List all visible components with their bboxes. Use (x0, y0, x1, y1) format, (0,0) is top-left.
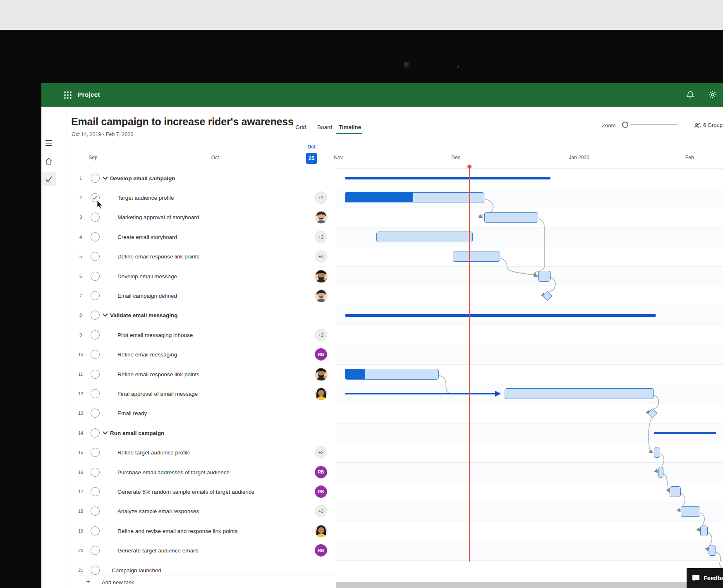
task-name[interactable]: Generate target audience emails (117, 547, 199, 554)
tab-grid[interactable]: Grid (295, 124, 306, 130)
task-complete-circle[interactable] (91, 526, 100, 535)
task-row-14[interactable]: 14Run email campaign (67, 423, 336, 442)
gantt-task-bar-row-15[interactable] (654, 447, 660, 458)
task-name[interactable]: Purchase email addresses of target audie… (117, 469, 230, 475)
gantt-task-bar-row-18[interactable] (681, 506, 700, 517)
task-row-11[interactable]: 11Refine email response link points (67, 364, 336, 384)
task-name[interactable]: Campaign launched (112, 567, 161, 573)
gantt-task-bar-row-11[interactable] (345, 369, 439, 380)
assignee-count-badge[interactable]: +2 (315, 191, 327, 204)
assignee-count-badge[interactable]: +2 (315, 329, 327, 341)
add-new-task-row[interactable]: + Add new task (67, 576, 336, 588)
task-name[interactable]: Marketing approval of storyboard (117, 214, 199, 220)
task-row-10[interactable]: 10Refine email messagingRB (67, 345, 336, 364)
task-complete-circle[interactable] (91, 174, 100, 183)
task-row-9[interactable]: 9Pilot email messaging inhouse+2 (67, 325, 336, 344)
task-row-4[interactable]: 4Create email storyboard+2 (67, 227, 336, 246)
gantt-summary-bar-row-14[interactable] (654, 432, 716, 434)
assignee-count-badge[interactable]: +2 (315, 446, 327, 459)
task-complete-circle[interactable] (91, 468, 100, 477)
task-row-3[interactable]: 3Marketing approval of storyboard (67, 208, 336, 227)
task-complete-circle[interactable] (91, 213, 100, 222)
task-name[interactable]: Analyze sample email responses (117, 508, 199, 514)
task-name[interactable]: Email campaign defined (117, 293, 177, 299)
assignee-avatar[interactable] (315, 368, 328, 380)
task-name[interactable]: Refine target audience profile (117, 449, 190, 456)
assignee-avatar[interactable] (315, 270, 328, 282)
task-row-15[interactable]: 15Refine target audience profile+2 (67, 443, 336, 462)
chevron-down-icon[interactable] (103, 429, 108, 435)
task-name[interactable]: Refine email response link points (117, 371, 199, 377)
gantt-summary-bar-row-8[interactable] (345, 314, 656, 317)
task-name[interactable]: Refine and revise email and response lin… (117, 528, 237, 534)
task-name[interactable]: Run email campaign (110, 430, 164, 436)
notifications-bell-icon[interactable] (686, 90, 695, 99)
horizontal-scrollbar-thumb[interactable] (336, 582, 687, 588)
task-complete-circle[interactable] (91, 389, 100, 398)
assignee-avatar[interactable] (315, 524, 328, 537)
task-complete-circle[interactable] (91, 507, 100, 516)
gantt-task-bar-row-5[interactable] (453, 251, 500, 262)
task-complete-circle[interactable] (91, 252, 100, 261)
assignee-initials-badge[interactable]: RB (315, 466, 327, 478)
gantt-task-bar-row-6[interactable] (538, 271, 551, 282)
task-complete-circle[interactable] (91, 370, 100, 379)
task-name[interactable]: Target audience profile (117, 195, 174, 201)
task-row-7[interactable]: 7Email campaign defined (67, 286, 336, 305)
assignee-count-badge[interactable]: +3 (315, 505, 327, 517)
hamburger-menu-icon[interactable] (45, 139, 53, 147)
task-name[interactable]: Validate email messaging (110, 312, 178, 318)
task-row-17[interactable]: 17Generate 5% random sample emails of ta… (67, 482, 336, 501)
task-complete-circle[interactable] (91, 311, 100, 320)
gantt-summary-bar-row-1[interactable] (345, 177, 551, 179)
task-complete-circle[interactable] (91, 487, 100, 496)
gantt-task-bar-row-3[interactable] (484, 212, 538, 223)
gantt-task-bar-row-19[interactable] (700, 526, 708, 536)
task-name[interactable]: Pilot email messaging inhouse (117, 332, 193, 338)
task-name[interactable]: Email ready (117, 410, 147, 416)
task-name[interactable]: Develop email message (117, 273, 177, 279)
gantt-task-bar-row-4[interactable] (376, 232, 473, 242)
assignee-count-badge[interactable]: +2 (315, 231, 327, 243)
group-by-control[interactable]: 6 Groups (694, 122, 723, 129)
task-name[interactable]: Refine email messaging (117, 351, 177, 358)
gantt-task-bar-row-12[interactable] (505, 388, 654, 399)
gantt-task-bar-row-20[interactable] (709, 545, 716, 556)
task-complete-circle[interactable] (91, 350, 100, 359)
assignee-avatar[interactable] (315, 289, 328, 302)
task-name[interactable]: Develop email campaign (110, 175, 175, 181)
task-name[interactable]: Create email storyboard (117, 234, 177, 240)
zoom-slider-knob[interactable] (622, 122, 628, 128)
assignee-initials-badge[interactable]: RB (315, 544, 327, 557)
assignee-initials-badge[interactable]: RB (315, 348, 327, 361)
task-row-1[interactable]: 1Develop email campaign (67, 168, 336, 188)
chevron-down-icon[interactable] (103, 174, 108, 180)
task-row-20[interactable]: 20Generate target audience emailsRB (67, 541, 336, 560)
task-name[interactable]: Define email response link points (117, 253, 199, 260)
task-complete-circle[interactable] (91, 330, 100, 339)
tab-board[interactable]: Board (317, 124, 332, 130)
today-date-badge[interactable]: 25 (306, 153, 317, 164)
assignee-count-badge[interactable]: +3 (315, 250, 327, 263)
task-complete-circle[interactable] (91, 272, 100, 281)
task-complete-circle[interactable] (91, 448, 100, 457)
tab-timeline[interactable]: Timeline (339, 124, 362, 130)
assignee-initials-badge[interactable]: RB (315, 485, 327, 498)
task-name[interactable]: Generate 5% random sample emails of targ… (117, 489, 254, 495)
gantt-task-bar-row-17[interactable] (670, 486, 681, 497)
waffle-menu-icon[interactable] (64, 91, 72, 99)
task-row-8[interactable]: 8Validate email messaging (67, 306, 336, 325)
task-row-6[interactable]: 6Develop email message (67, 266, 336, 286)
task-row-12[interactable]: 12Final approval of email message (67, 384, 336, 403)
chevron-down-icon[interactable] (103, 312, 108, 317)
zoom-slider-track[interactable] (630, 124, 678, 125)
feedback-button[interactable]: Feedback (687, 568, 723, 588)
home-icon[interactable] (45, 157, 53, 165)
task-row-2[interactable]: 2Target audience profile+2 (67, 188, 336, 207)
task-row-13[interactable]: 13Email ready (67, 404, 336, 423)
task-complete-circle[interactable] (91, 232, 100, 241)
assignee-avatar[interactable] (315, 387, 328, 400)
task-row-16[interactable]: 16Purchase email addresses of target aud… (67, 462, 336, 482)
task-complete-circle[interactable] (91, 428, 100, 437)
task-complete-circle[interactable] (91, 291, 100, 300)
